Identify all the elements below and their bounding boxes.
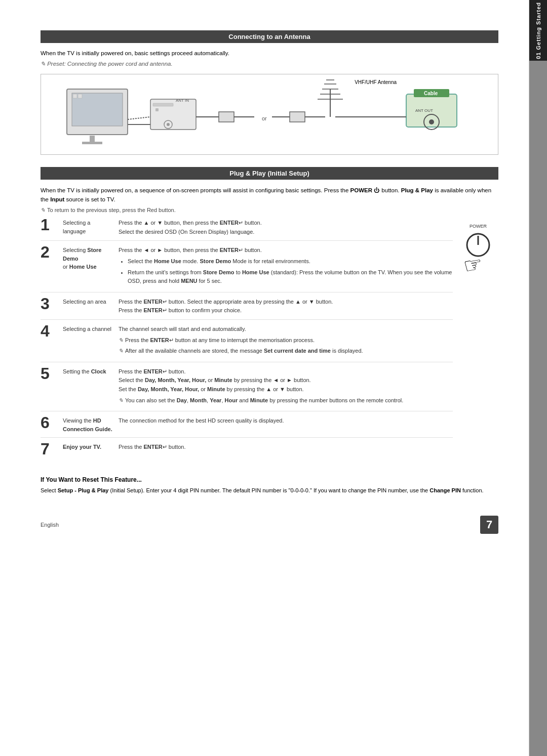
step-desc-3: Press the ENTER↵ button. Select the appr… <box>119 298 453 315</box>
plug-play-bold: Plug & Play <box>401 187 433 193</box>
step-row-6: 6 Viewing the HDConnection Guide. The co… <box>41 416 453 438</box>
step-number-1: 1 <box>41 217 59 233</box>
svg-point-10 <box>167 123 170 126</box>
step-desc-1: Press the ▲ or ▼ button, then press the … <box>119 219 453 236</box>
step-label-1: Selecting a language <box>63 219 119 235</box>
step-label-3: Selecting an area <box>63 298 119 306</box>
svg-rect-2 <box>90 136 95 142</box>
svg-rect-7 <box>153 103 173 106</box>
side-tab-black: 01 Getting Started <box>529 0 548 61</box>
note-symbol: ✎ <box>41 61 47 67</box>
plug-header: Plug & Play (Initial Setup) <box>41 167 498 180</box>
main-content: Connecting to an Antenna When the TV is … <box>0 0 529 756</box>
step-label-5: Setting the Clock <box>63 367 119 376</box>
step-row-4: 4 Selecting a channel The channel search… <box>41 325 453 362</box>
step-desc-2: Press the ◄ or ► button, then press the … <box>119 246 453 287</box>
svg-point-32 <box>429 119 434 124</box>
step4-note2: ✎ After all the available channels are s… <box>119 347 453 356</box>
svg-rect-3 <box>82 142 102 144</box>
page-wrapper: Connecting to an Antenna When the TV is … <box>0 0 547 756</box>
page-number: 7 <box>480 516 498 534</box>
antenna-note: ✎ Preset: Connecting the power cord and … <box>41 60 498 68</box>
antenna-header: Connecting to an Antenna <box>41 30 498 43</box>
step-desc-6: The connection method for the best HD sc… <box>119 416 453 426</box>
step-desc-7: Press the ENTER↵ button. <box>119 443 453 452</box>
svg-rect-5 <box>78 94 82 98</box>
step-row-1: 1 Selecting a language Press the ▲ or ▼ … <box>41 219 453 241</box>
note-symbol-2: ✎ <box>41 207 45 214</box>
language-label: English <box>41 522 59 528</box>
step-label-6: Viewing the HDConnection Guide. <box>63 416 119 433</box>
step-row-3: 3 Selecting an area Press the ENTER↵ but… <box>41 298 453 320</box>
svg-rect-19 <box>290 112 305 122</box>
svg-text:ANT OUT: ANT OUT <box>415 108 433 113</box>
vhf-label: VHF/UHF Antenna <box>355 79 397 85</box>
step-number-6: 6 <box>41 414 59 431</box>
step-number-5: 5 <box>41 365 59 382</box>
power-svg: ☞ <box>458 231 498 276</box>
antenna-section: Connecting to an Antenna When the TV is … <box>41 30 498 155</box>
step-label-2: Selecting Store Demoor Home Use <box>63 246 119 271</box>
step5-note: ✎ You can also set the Day, Month, Year,… <box>119 396 453 405</box>
reset-title: If You Want to Reset This Feature... <box>41 476 498 483</box>
svg-text:ANT IN: ANT IN <box>176 98 189 103</box>
antenna-intro: When the TV is initially powered on, bas… <box>41 49 498 58</box>
reset-text: Select Setup - Plug & Play (Initial Setu… <box>41 486 498 495</box>
step-label-7: Enjoy your TV. <box>63 443 119 451</box>
svg-text:or: or <box>262 115 267 121</box>
side-tab-label: 01 Getting Started <box>535 2 541 59</box>
power-illustration: POWER ☞ <box>458 219 498 466</box>
svg-rect-4 <box>73 94 77 98</box>
step-number-3: 3 <box>41 296 59 312</box>
steps-container: 1 Selecting a language Press the ▲ or ▼ … <box>41 219 498 466</box>
step-row-2: 2 Selecting Store Demoor Home Use Press … <box>41 246 453 292</box>
step-desc-5: Press the ENTER↵ button. Select the Day,… <box>119 367 453 407</box>
svg-rect-15 <box>219 112 234 122</box>
svg-rect-8 <box>155 108 159 111</box>
power-label: POWER <box>470 224 487 229</box>
step-number-4: 4 <box>41 323 59 339</box>
side-tab-gray <box>529 61 548 756</box>
svg-line-12 <box>128 117 150 119</box>
side-tab: 01 Getting Started <box>529 0 547 756</box>
svg-text:Cable: Cable <box>424 91 438 96</box>
bottom-bar: English 7 <box>41 511 498 534</box>
step-label-4: Selecting a channel <box>63 325 119 333</box>
step-number-7: 7 <box>41 441 59 457</box>
step-number-2: 2 <box>41 244 59 260</box>
step4-note1: ✎ Press the ENTER↵ button at any time to… <box>119 336 453 345</box>
antenna-diagram: VHF/UHF Antenna <box>41 74 498 155</box>
steps-table: 1 Selecting a language Press the ▲ or ▼ … <box>41 219 453 466</box>
plug-section: Plug & Play (Initial Setup) When the TV … <box>41 167 498 495</box>
input-bold: Input <box>50 196 64 202</box>
plug-intro: When the TV is initially powered on, a s… <box>41 186 498 204</box>
reset-section: If You Want to Reset This Feature... Sel… <box>41 476 498 495</box>
step-row-5: 5 Setting the Clock Press the ENTER↵ but… <box>41 367 453 411</box>
plug-note: ✎ To return to the previous step, press … <box>41 207 498 214</box>
step-desc-4: The channel search will start and end au… <box>119 325 453 358</box>
antenna-svg: ANT IN or <box>51 74 488 155</box>
power-bold: POWER <box>350 187 372 193</box>
step-row-7: 7 Enjoy your TV. Press the ENTER↵ button… <box>41 443 453 461</box>
